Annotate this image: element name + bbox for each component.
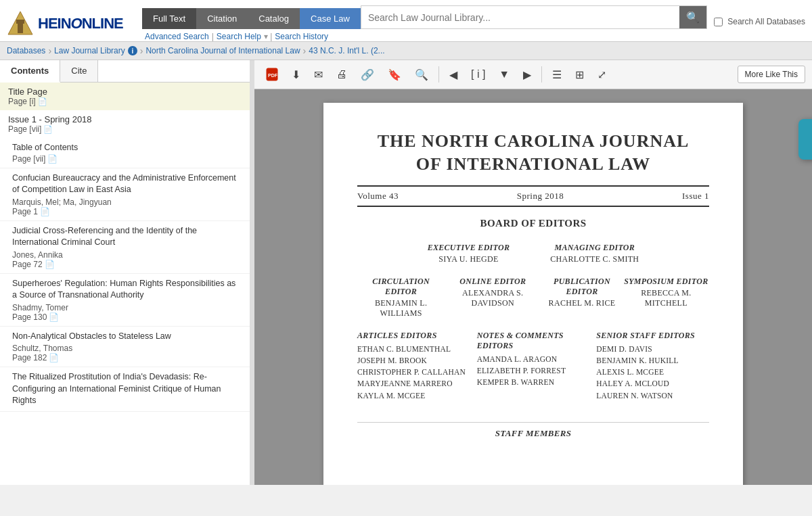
breadcrumb-databases[interactable]: Databases: [7, 46, 45, 55]
pdf-icon[interactable]: 📄: [38, 97, 47, 106]
advanced-search-link[interactable]: Advanced Search: [145, 32, 209, 41]
issue-label: Issue 1: [682, 191, 709, 202]
all-databases: Search All Databases: [714, 14, 805, 29]
toc-article-nonanalytical[interactable]: Non-Analytical Obstacles to Stateless La…: [0, 327, 250, 368]
journal-title: The North Carolina Journal of Internatio…: [357, 130, 709, 176]
all-databases-label: Search All Databases: [727, 17, 805, 26]
senior-staff-title: Senior Staff Editors: [596, 331, 709, 341]
board-of-editors-title: Board of Editors: [357, 218, 709, 229]
four-editors-row: Circulation Editor Benjamin L. Williams …: [357, 277, 709, 319]
toc-article-devadasis[interactable]: The Ritualized Prostitution of India's D…: [0, 367, 250, 412]
logo-text: HEINONLINE: [38, 15, 123, 32]
document-page: The North Carolina Journal of Internatio…: [323, 103, 743, 485]
circulation-editor-role: Circulation Editor: [357, 277, 445, 297]
citation-info-button[interactable]: [ i ]: [466, 65, 490, 84]
senior-staff-names: Demi D. Davis Benjamin K. Hukill Alexis …: [596, 344, 709, 402]
nav-tabs: Full Text Citation Catalog Case Law: [142, 8, 361, 29]
toc-title-page-page: Page [i] 📄: [8, 97, 242, 106]
senior-staff-col: Senior Staff Editors Demi D. Davis Benja…: [596, 331, 709, 402]
logo[interactable]: HEINONLINE: [7, 10, 135, 37]
pdf-icon-judicial[interactable]: 📄: [45, 260, 55, 269]
search-input[interactable]: [361, 8, 679, 27]
tab-catalog[interactable]: Catalog: [248, 8, 300, 29]
toc-article-superheroes[interactable]: Superheroes' Regulation: Human Rights Re…: [0, 274, 250, 327]
articles-editors-col: Articles Editors Ethan C. Blumenthal Jos…: [357, 331, 470, 402]
toc-article-judicial[interactable]: Judicial Cross-Referencing and the Ident…: [0, 221, 250, 274]
search-history-link[interactable]: Search History: [275, 32, 328, 41]
tab-citation[interactable]: Citation: [196, 8, 248, 29]
tab-case-law[interactable]: Case Law: [300, 8, 361, 29]
search-help-link[interactable]: Search Help: [217, 32, 261, 41]
tab-full-text[interactable]: Full Text: [142, 8, 196, 29]
toc-superheroes-page: Page 130 📄: [12, 312, 238, 322]
svg-rect-1: [18, 24, 23, 33]
pdf-button[interactable]: PDF: [261, 64, 283, 85]
managing-editor-role: Managing Editor: [550, 243, 639, 253]
toc-devadasis-title: The Ritualized Prostitution of India's D…: [12, 371, 238, 407]
notes-comments-title: Notes & CommentsEditors: [477, 331, 590, 351]
toc-judicial-author: Jones, Annika: [12, 250, 238, 260]
pdf-icon-superheroes[interactable]: 📄: [49, 312, 59, 322]
email-button[interactable]: ✉: [309, 65, 328, 85]
all-databases-checkbox[interactable]: [714, 18, 723, 26]
articles-editors-title: Articles Editors: [357, 331, 470, 341]
managing-editor-name: Charlotte C. Smith: [550, 254, 639, 264]
publication-editor-name: Rachel M. Rice: [541, 298, 623, 308]
staff-editors-columns: Articles Editors Ethan C. Blumenthal Jos…: [357, 331, 709, 402]
dropdown-button[interactable]: ▼: [494, 65, 514, 84]
breadcrumb-volume[interactable]: 43 N.C. J. Int'l L. (2...: [309, 46, 384, 55]
circulation-editor-name: Benjamin L. Williams: [357, 298, 445, 319]
online-editor-name: Alexandra S. Davidson: [445, 288, 541, 308]
toc-toc-title: Table of Contents: [12, 142, 238, 154]
toc-title-page-title: Title Page: [8, 87, 242, 97]
notes-comments-col: Notes & CommentsEditors Amanda L. Aragon…: [477, 331, 590, 402]
executive-editor-role: Executive Editor: [428, 243, 510, 253]
search-links: Advanced Search | Search Help ▾ | Search…: [142, 32, 805, 41]
symposium-editor-role: Symposium Editor: [623, 277, 709, 287]
grid-view-button[interactable]: ⊞: [570, 65, 589, 85]
list-view-button[interactable]: ☰: [547, 65, 566, 85]
tab-contents[interactable]: Contents: [0, 60, 60, 83]
tooltip-bubble: 下载期刊内容: [798, 119, 812, 160]
toc-title-page[interactable]: Title Page Page [i] 📄: [0, 83, 250, 110]
toc-article-confucian[interactable]: Confucian Bureaucracy and the Administra…: [0, 168, 250, 221]
link-button[interactable]: 🔗: [356, 65, 379, 85]
executive-editor: Executive Editor Siya U. Hegde: [428, 243, 510, 264]
toc-issue[interactable]: Issue 1 - Spring 2018 Page [vii] 📄: [0, 110, 250, 138]
next-button[interactable]: ▶: [518, 65, 536, 85]
notes-comments-names: Amanda L. Aragon Elizabeth P. Forrest Ke…: [477, 354, 590, 389]
search-doc-button[interactable]: 🔍: [410, 65, 433, 85]
svg-text:PDF: PDF: [268, 73, 278, 78]
bookmark-button[interactable]: 🔖: [383, 65, 406, 85]
toc-confucian-page: Page 1 📄: [12, 207, 238, 216]
download-button[interactable]: ⬇: [287, 65, 305, 85]
print-button[interactable]: 🖨: [332, 65, 352, 84]
toolbar-divider-2: [541, 66, 542, 83]
executive-editor-name: Siya U. Hegde: [428, 254, 510, 264]
articles-editors-names: Ethan C. Blumenthal Joseph M. Brook Chri…: [357, 344, 470, 402]
document-viewer: The North Carolina Journal of Internatio…: [254, 89, 812, 485]
pdf-icon-issue[interactable]: 📄: [43, 125, 53, 134]
toc-superheroes-author: Shadmy, Tomer: [12, 303, 238, 312]
pdf-icon-nonanalytical[interactable]: 📄: [49, 353, 59, 362]
toc-confucian-title: Confucian Bureaucracy and the Administra…: [12, 172, 238, 196]
pdf-icon-confucian[interactable]: 📄: [40, 207, 50, 216]
toc-nonanalytical-page: Page 182 📄: [12, 353, 238, 362]
more-like-this-button[interactable]: More Like This: [738, 66, 805, 83]
breadcrumb-library[interactable]: Law Journal Library: [54, 46, 125, 55]
search-button[interactable]: 🔍: [679, 6, 706, 28]
toc-nonanalytical-title: Non-Analytical Obstacles to Stateless La…: [12, 331, 238, 343]
staff-members-title: Staff Members: [357, 428, 709, 439]
publication-editor-role: Publication Editor: [541, 277, 623, 297]
expand-button[interactable]: ⤢: [593, 65, 611, 85]
volume-line: Volume 43 Spring 2018 Issue 1: [357, 185, 709, 207]
toc-issue-title: Issue 1 - Spring 2018: [8, 114, 242, 124]
top-editors-row: Executive Editor Siya U. Hegde Managing …: [357, 243, 709, 264]
breadcrumb-journal[interactable]: North Carolina Journal of International …: [145, 46, 300, 55]
info-icon[interactable]: i: [128, 46, 137, 55]
volume-label: Volume 43: [357, 191, 399, 202]
prev-button[interactable]: ◀: [445, 65, 462, 85]
tab-cite[interactable]: Cite: [60, 60, 98, 82]
toc-table-of-contents[interactable]: Table of Contents Page [vii] 📄: [0, 138, 250, 168]
pdf-icon-toc[interactable]: 📄: [47, 154, 58, 164]
